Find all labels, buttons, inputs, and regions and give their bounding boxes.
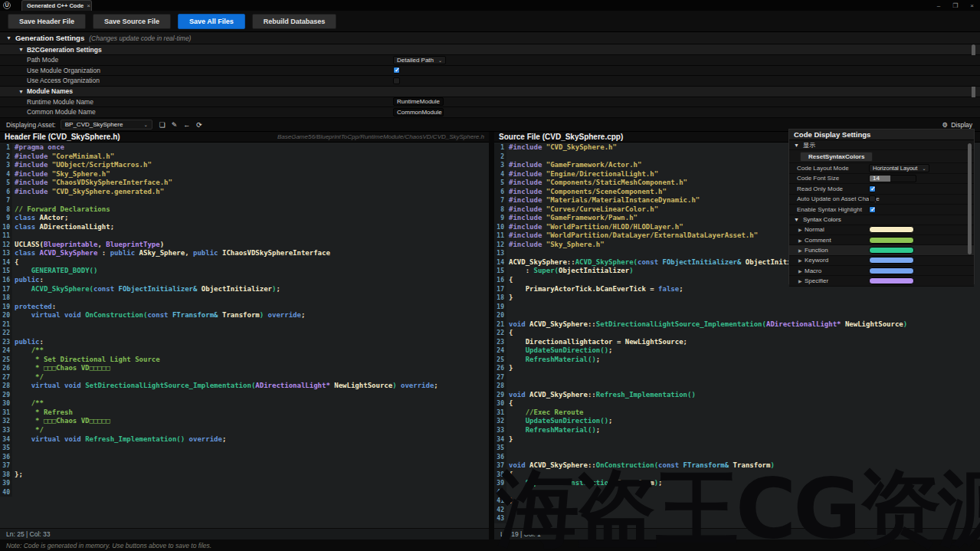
code-line: 23 Directionallightactor = NewLightSourc… xyxy=(494,338,980,347)
panel-category-display[interactable]: ▼ 显示 xyxy=(789,140,974,150)
code-line: 2#include "CoreMinimal.h" xyxy=(0,153,489,162)
code-line-content: public: xyxy=(12,276,44,285)
back-arrow-icon[interactable]: ← xyxy=(183,121,190,129)
line-number: 6 xyxy=(494,188,506,197)
save-source-file-button[interactable]: Save Source File xyxy=(93,14,171,29)
code-line-content: */ xyxy=(12,426,44,435)
line-number: 43 xyxy=(494,514,506,523)
dropdown-value: Horizontal Layout xyxy=(873,165,917,172)
color-swatch-normal[interactable] xyxy=(869,226,914,233)
edit-asset-icon[interactable]: ✎ xyxy=(172,121,178,129)
code-line: 25 * Set Directional Light Source xyxy=(0,356,489,365)
tab-close-icon[interactable]: × xyxy=(87,2,90,9)
syntax-color-row-normal[interactable]: ▶Normal xyxy=(789,225,974,235)
b2cgeneration-settings-category[interactable]: ▼B2CGeneration Settings xyxy=(0,44,980,55)
syntax-color-row-function[interactable]: ▶Function xyxy=(789,245,974,255)
code-line: 25 RefreshMaterial(); xyxy=(494,356,980,365)
code-line: 34} xyxy=(494,435,980,444)
line-number: 31 xyxy=(494,408,506,418)
panel-row-label: Code Font Size xyxy=(797,175,839,182)
code-line-content xyxy=(506,249,509,258)
refresh-icon[interactable]: ⟳ xyxy=(196,121,202,129)
code-line-content xyxy=(12,444,15,453)
line-number: 20 xyxy=(494,311,506,320)
read-only-mode-checkbox[interactable] xyxy=(869,185,876,192)
use-module-organization-checkbox[interactable] xyxy=(393,67,400,74)
rebuild-databases-button[interactable]: Rebuild Databases xyxy=(252,14,337,29)
line-number: 17 xyxy=(494,285,506,294)
code-line-content: GENERATED_BODY() xyxy=(12,267,97,276)
code-line-content: UCLASS(Blueprintable, BlueprintType) xyxy=(12,241,164,250)
code-line: 39 Super::OnConstruction(Transform); xyxy=(494,479,980,488)
code-line-content xyxy=(12,320,15,330)
close-icon[interactable]: × xyxy=(970,2,974,9)
syntax-color-row-comment[interactable]: ▶Comment xyxy=(789,235,974,245)
settings-row-label: Runtime Module Name xyxy=(27,98,93,106)
code-line-content xyxy=(506,514,509,523)
syntax-color-row-macro[interactable]: ▶Macro xyxy=(789,266,974,276)
browse-asset-icon[interactable]: ❏ xyxy=(159,121,166,129)
reset-syntax-colors-button[interactable]: ResetSyntaxColors xyxy=(800,152,873,162)
line-number: 12 xyxy=(0,241,12,250)
generation-settings-area: ▼B2CGeneration SettingsPath ModeDetailed… xyxy=(0,44,980,118)
pane-divider[interactable] xyxy=(489,132,494,540)
code-line-content: } xyxy=(506,435,513,444)
display-settings-toggle[interactable]: ⚙ Display xyxy=(942,121,973,129)
path-mode-dropdown[interactable]: Detailed Path⌄ xyxy=(393,56,446,64)
minimize-icon[interactable]: – xyxy=(937,2,940,9)
generation-settings-header[interactable]: ▼ Generation Settings (Changes update co… xyxy=(0,32,980,44)
code-line-content: #include "GameFramework/Actor.h" xyxy=(506,161,641,170)
settings-row: Use Module Organization xyxy=(0,66,980,77)
color-swatch-function[interactable] xyxy=(869,247,914,254)
maximize-icon[interactable]: ❐ xyxy=(952,2,958,9)
module-names-category[interactable]: ▼Module Names xyxy=(0,87,980,97)
syntax-color-row-keyword[interactable]: ▶Keyword xyxy=(789,256,974,266)
line-number: 17 xyxy=(0,285,12,294)
chevron-down-icon: ▼ xyxy=(18,47,24,52)
chevron-right-icon: ▶ xyxy=(798,227,802,232)
save-all-files-button[interactable]: Save All Files xyxy=(178,14,245,29)
line-number: 16 xyxy=(0,276,12,285)
code-line-content xyxy=(12,329,15,338)
color-swatch-specifier[interactable] xyxy=(869,277,914,284)
line-number: 42 xyxy=(494,506,506,515)
runtime-module-name-field[interactable]: RuntimeModule xyxy=(393,97,444,106)
code-line-content: * Set Directional Light Source xyxy=(12,356,160,365)
syntax-color-row-specifier[interactable]: ▶Specifier xyxy=(789,276,974,286)
color-swatch-comment[interactable] xyxy=(869,237,914,244)
code-line: 27 xyxy=(494,373,980,382)
save-header-file-button[interactable]: Save Header File xyxy=(8,14,86,29)
enable-syntax-highlight-checkbox[interactable] xyxy=(869,206,876,213)
use-access-organization-checkbox[interactable] xyxy=(393,77,400,84)
panel-vertical-scrollbar[interactable] xyxy=(968,143,972,254)
dropdown-value: Detailed Path xyxy=(397,57,434,64)
code-layout-mode-dropdown[interactable]: Horizontal Layout⌄ xyxy=(869,164,929,172)
code-line: 13class ACVD_SkySphere : public ASky_Sph… xyxy=(0,249,489,258)
code-line: 37void ACVD_SkySphere::OnConstruction(co… xyxy=(494,461,980,471)
code-line-content: { xyxy=(12,258,18,267)
asset-combo[interactable]: BP_CVD_SkySphere ⌄ xyxy=(61,120,152,130)
code-line-content: UpdateSunDirection(); xyxy=(506,346,612,356)
line-number: 21 xyxy=(0,320,12,330)
chevron-down-icon: ⌄ xyxy=(438,57,442,63)
syntax-color-label: Function xyxy=(805,247,828,254)
color-swatch-macro[interactable] xyxy=(869,267,914,274)
code-line: 18} xyxy=(494,294,980,303)
code-line: 20 xyxy=(494,311,980,320)
chevron-down-icon: ▼ xyxy=(794,217,799,222)
asset-action-icons: ❏ ✎ ← ⟳ xyxy=(159,121,202,129)
code-line-content: { xyxy=(506,471,513,480)
settings-row: Runtime Module NameRuntimeModule xyxy=(0,97,980,108)
color-swatch-keyword[interactable] xyxy=(869,257,914,264)
auto-update-on-asset-change-checkbox[interactable] xyxy=(869,195,876,202)
common-module-name-field[interactable]: CommonModule xyxy=(393,108,444,116)
line-number: 14 xyxy=(494,258,506,267)
line-number: 39 xyxy=(0,479,12,488)
tab-generated-cpp-code[interactable]: Generated C++ Code × xyxy=(21,0,92,11)
header-code-editor[interactable]: 1#pragma once2#include "CoreMinimal.h"3#… xyxy=(0,143,489,528)
syntax-colors-header[interactable]: ▼ Syntax Colors xyxy=(789,215,974,225)
code-font-size-spinbox[interactable]: 14 xyxy=(869,175,916,182)
code-line: 40 xyxy=(0,488,489,497)
line-number: 38 xyxy=(494,471,506,480)
source-pane-status: Ln: 19 | Col: 1 xyxy=(494,528,980,540)
